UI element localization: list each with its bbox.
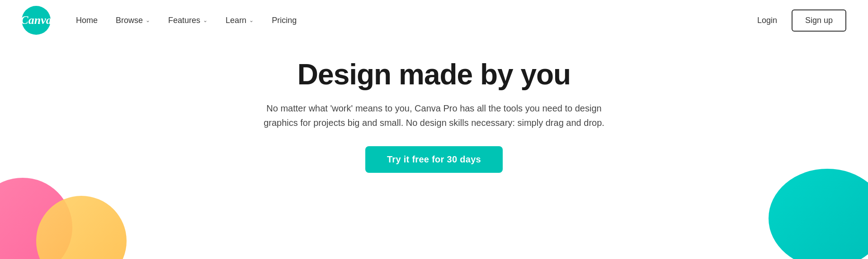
circle-pink [0,178,72,259]
signup-button[interactable]: Sign up [792,9,846,32]
circle-yellow [36,196,127,259]
nav-label-learn: Learn [226,16,246,25]
nav-label-browse: Browse [116,16,143,25]
login-button[interactable]: Login [750,12,784,29]
nav-item-learn[interactable]: Learn ⌄ [218,12,261,29]
nav-links: Home Browse ⌄ Features ⌄ Learn ⌄ Pricing [69,12,750,29]
nav-label-home: Home [76,16,98,25]
hero-subtitle: No matter what 'work' means to you, Canv… [258,101,610,130]
logo[interactable]: Canva [22,6,51,35]
nav-label-features: Features [168,16,200,25]
nav-item-home[interactable]: Home [69,12,105,29]
hero-section: Design made by you No matter what 'work'… [0,41,868,182]
logo-text: Canva [20,14,52,27]
hero-title: Design made by you [297,59,571,90]
nav-item-pricing[interactable]: Pricing [264,12,304,29]
chevron-down-icon: ⌄ [249,17,254,23]
nav-right: Login Sign up [750,9,846,32]
chevron-down-icon: ⌄ [146,17,150,23]
cta-button[interactable]: Try it free for 30 days [365,146,503,173]
chevron-down-icon: ⌄ [203,17,208,23]
nav-label-pricing: Pricing [272,16,297,25]
navbar: Canva Home Browse ⌄ Features ⌄ Learn ⌄ P… [0,0,868,41]
nav-item-features[interactable]: Features ⌄ [161,12,215,29]
nav-item-browse[interactable]: Browse ⌄ [108,12,157,29]
circle-teal-right [769,169,868,259]
